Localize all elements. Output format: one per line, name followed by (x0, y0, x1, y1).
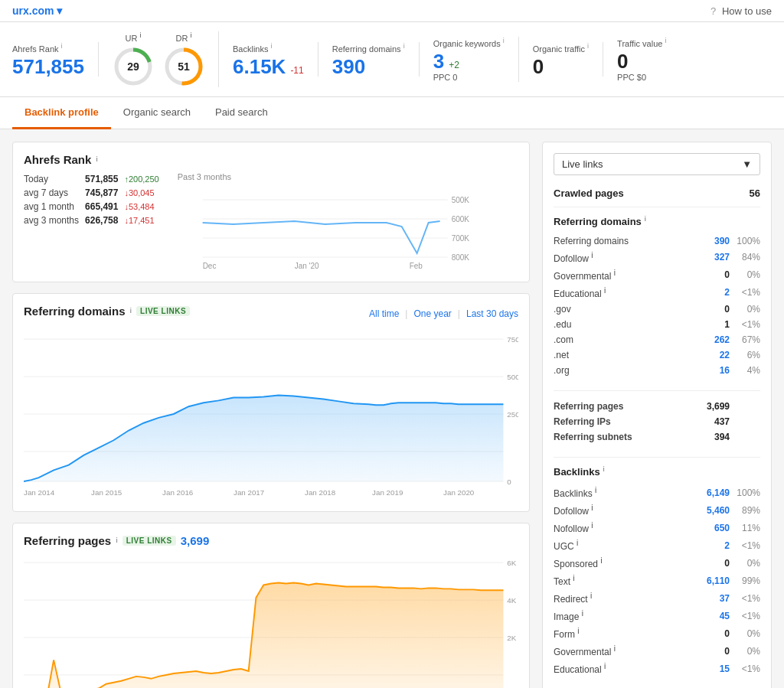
filter-one-year[interactable]: One year (413, 308, 451, 319)
stat-backlinks-governmental: Governmental i 0 0% (554, 642, 760, 660)
traffic-value-value: 0 (617, 51, 666, 71)
divider-1 (554, 390, 760, 391)
help-icon: ? (710, 5, 716, 17)
stat-backlinks-nofollow: Nofollow i 650 11% (554, 519, 760, 536)
traffic-value-label: Traffic value i (617, 37, 666, 48)
traffic-value-ppc: PPC $0 (617, 73, 666, 82)
metrics-bar: Ahrefs Rank i 571,855 UR i 29 DR i 51 (0, 22, 784, 97)
referring-domains-section-title: Referring domains i LIVE LINKS (24, 305, 190, 318)
filter-last-30-days[interactable]: Last 30 days (466, 308, 518, 319)
dr-label: DR i (175, 31, 191, 43)
svg-text:Jan 2016: Jan 2016 (162, 487, 193, 496)
svg-text:4K: 4K (507, 596, 516, 605)
ahrefs-rank-section: Ahrefs Rank i Today 571,855 ↑200,250 avg… (12, 142, 530, 282)
how-to-use-label: How to use (722, 5, 772, 17)
traffic-value-metric: Traffic value i 0 PPC $0 (603, 37, 680, 82)
svg-text:Jan 2019: Jan 2019 (372, 487, 403, 496)
live-links-dropdown[interactable]: Live links ▼ (554, 153, 760, 175)
svg-text:Jan 2017: Jan 2017 (234, 487, 264, 496)
right-panel: Live links ▼ Crawled pages 56 Referring … (542, 142, 772, 688)
ur-ring-chart: 29 (113, 46, 154, 87)
organic-keywords-value-row: 3 +2 (433, 51, 505, 71)
svg-text:Dec: Dec (202, 262, 216, 269)
stat-educational: Educational i 2 <1% (554, 284, 760, 302)
svg-text:Jan 2014: Jan 2014 (24, 487, 55, 496)
referring-pages-value: 3,699 (181, 534, 210, 547)
ahrefs-rank-section-title: Ahrefs Rank i (24, 153, 518, 166)
dropdown-label-text: Live links (562, 158, 603, 170)
svg-text:51: 51 (178, 60, 190, 73)
backlinks-value-row: 6.15K -11 (233, 57, 304, 77)
organic-keywords-value: 3 (433, 51, 444, 71)
ahrefs-rank-chart-area: Past 3 months 500K 600K 700K 800K (178, 172, 518, 271)
stat-backlinks-dofollow: Dofollow i 5,460 89% (554, 501, 760, 519)
organic-keywords-metric: Organic keywords i 3 +2 PPC 0 (420, 37, 519, 82)
tabs-bar: Backlink profile Organic search Paid sea… (0, 97, 784, 129)
rank-val-3months: 626,758 (85, 214, 124, 227)
svg-text:800K: 800K (451, 253, 469, 262)
rank-val-7days: 745,877 (85, 186, 124, 200)
ahrefs-rank-metric: Ahrefs Rank i 571,855 (12, 42, 99, 77)
referring-domains-header: Referring domains i LIVE LINKS All time … (24, 305, 518, 324)
stat-redirect: Redirect i 37 <1% (554, 589, 760, 607)
organic-keywords-change: +2 (449, 60, 459, 70)
tab-organic-search[interactable]: Organic search (111, 97, 203, 129)
svg-text:Jan 2015: Jan 2015 (91, 487, 122, 496)
rank-val-1month: 665,491 (85, 200, 124, 214)
rank-change-1month: ↓53,484 (124, 200, 165, 214)
backlinks-value: 6.15K (233, 57, 286, 77)
svg-text:700K: 700K (451, 234, 469, 243)
backlinks-stats-title: Backlinks i (554, 465, 760, 478)
how-to-use-link[interactable]: ? How to use (710, 5, 772, 17)
svg-marker-26 (24, 395, 503, 481)
tab-paid-search[interactable]: Paid search (203, 97, 280, 129)
backlinks-metric: Backlinks i 6.15K -11 (219, 42, 318, 77)
svg-text:500: 500 (507, 373, 518, 381)
ahrefs-rank-label: Ahrefs Rank i (12, 42, 84, 54)
ur-label: UR i (125, 31, 141, 43)
referring-domains-metric: Referring domains i 390 (318, 42, 420, 77)
rank-val-today: 571,855 (85, 172, 124, 186)
svg-text:500K: 500K (451, 196, 469, 204)
rank-change-today: ↑200,250 (124, 172, 165, 186)
organic-keywords-label: Organic keywords i (433, 37, 505, 48)
referring-domains-time-filters: All time | One year | Last 30 days (369, 308, 518, 319)
divider-2 (554, 457, 760, 458)
referring-domains-value: 390 (332, 57, 405, 77)
svg-text:29: 29 (127, 60, 139, 73)
svg-text:Jan 2020: Jan 2020 (443, 487, 475, 496)
referring-pages-section-title: Referring pages i LIVE LINKS 3,699 (24, 534, 518, 547)
referring-domains-chart: 750 500 250 0 Jan 2014 Jan 2015 Jan 2016… (24, 330, 518, 498)
site-dropdown-icon[interactable]: ▾ (57, 5, 62, 17)
referring-domains-label: Referring domains i (332, 42, 405, 54)
svg-text:2K: 2K (507, 634, 516, 642)
svg-text:0: 0 (507, 478, 511, 486)
filter-all-time[interactable]: All time (369, 308, 399, 319)
rank-period-3months: avg 3 months (24, 214, 85, 227)
crawled-pages-row: Crawled pages 56 (554, 187, 760, 207)
svg-text:250: 250 (507, 410, 518, 419)
stat-edu: .edu 1 <1% (554, 317, 760, 332)
main-layout: Ahrefs Rank i Today 571,855 ↑200,250 avg… (0, 129, 784, 688)
stat-com: .com 262 67% (554, 332, 760, 347)
rank-change-7days: ↓30,045 (124, 186, 165, 200)
chevron-down-icon: ▼ (742, 158, 752, 170)
stat-ref-domains: Referring domains 390 100% (554, 233, 760, 249)
ur-meter: UR i 29 (113, 31, 154, 87)
dr-meter: DR i 51 (163, 31, 204, 87)
organic-traffic-value: 0 (533, 57, 589, 77)
backlinks-label: Backlinks i (233, 42, 304, 54)
tab-backlink-profile[interactable]: Backlink profile (12, 97, 111, 129)
backlinks-stats: Backlinks i Backlinks i 6,149 100% Dofol… (554, 465, 760, 677)
organic-keywords-ppc: PPC 0 (433, 73, 505, 82)
stat-dofollow: Dofollow i 327 84% (554, 249, 760, 266)
stat-referring-pages: Referring pages 3,699 (554, 399, 760, 414)
other-stats: Referring pages 3,699 Referring IPs 437 … (554, 399, 760, 445)
svg-marker-43 (24, 582, 503, 688)
site-name[interactable]: urx.com ▾ (12, 5, 62, 17)
stat-governmental: Governmental i 0 0% (554, 266, 760, 284)
ahrefs-rank-value: 571,855 (12, 57, 84, 77)
ahrefs-rank-chart: 500K 600K 700K 800K Dec Jan '20 Feb (178, 184, 518, 269)
svg-text:600K: 600K (451, 215, 469, 223)
svg-text:750: 750 (507, 335, 518, 344)
